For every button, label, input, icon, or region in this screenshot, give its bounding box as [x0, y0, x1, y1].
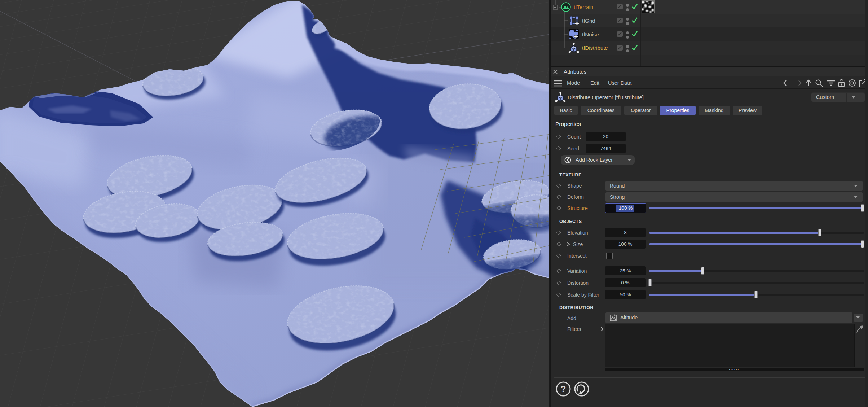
svg-text:?: ? [561, 384, 566, 394]
